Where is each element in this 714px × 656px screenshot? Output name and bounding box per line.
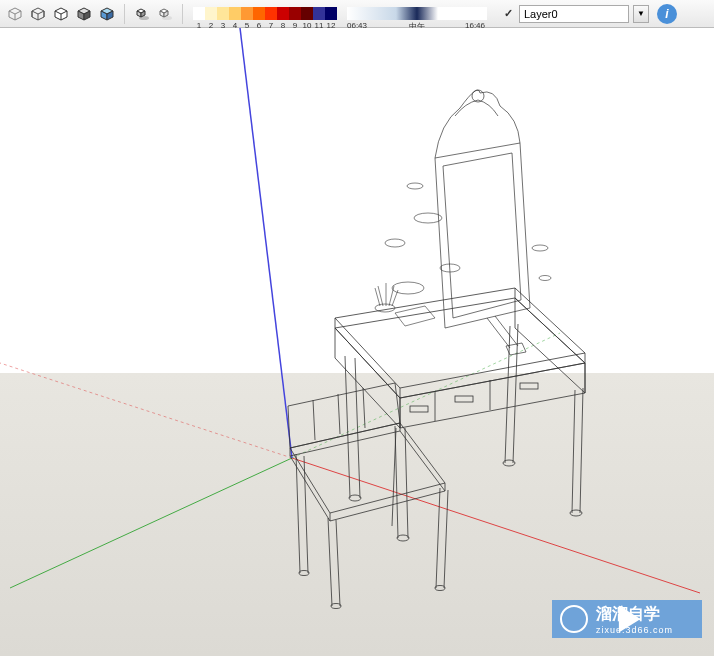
hidden-line-mode-button[interactable] (50, 3, 72, 25)
y-axis-neg (292, 333, 560, 458)
layer-info-button[interactable]: i (657, 4, 677, 24)
shadow-group (131, 3, 176, 25)
svg-line-15 (572, 390, 575, 513)
separator (124, 4, 125, 24)
cube-textured-icon (99, 6, 115, 22)
svg-line-28 (338, 394, 340, 434)
svg-line-34 (436, 488, 440, 588)
svg-line-29 (363, 388, 365, 428)
x-axis-neg (0, 363, 292, 458)
top-toolbar: 123456789101112 06:43 中午 16:46 ✓ Layer0 … (0, 0, 714, 28)
month-cell[interactable]: 7 (265, 7, 277, 20)
shadow-icon (134, 6, 150, 22)
cube-wireframe-icon (30, 6, 46, 22)
month-cell[interactable]: 10 (301, 7, 313, 20)
svg-point-48 (392, 282, 424, 294)
viewport-3d[interactable]: 溜溜自学 zixue.3d66.com (0, 28, 714, 656)
shadow-settings-button[interactable] (154, 3, 176, 25)
shadow-settings-icon (157, 6, 173, 22)
z-axis (240, 28, 292, 458)
wireframe-mode-button[interactable] (27, 3, 49, 25)
svg-point-46 (385, 239, 405, 247)
model-mirror (435, 90, 530, 355)
month-cell[interactable]: 3 (217, 7, 229, 20)
watermark: 溜溜自学 zixue.3d66.com (552, 600, 702, 638)
shaded-textures-mode-button[interactable] (96, 3, 118, 25)
svg-line-14 (405, 428, 408, 538)
svg-line-42 (495, 316, 518, 346)
month-cell[interactable]: 4 (229, 7, 241, 20)
svg-point-50 (539, 276, 551, 281)
svg-line-35 (444, 490, 448, 588)
svg-point-19 (349, 495, 361, 501)
separator (182, 4, 183, 24)
cube-shaded-icon (76, 6, 92, 22)
month-cell[interactable]: 1 (193, 7, 205, 20)
svg-point-49 (532, 245, 548, 251)
svg-line-16 (580, 388, 583, 513)
svg-line-33 (336, 520, 340, 606)
svg-line-41 (487, 318, 510, 348)
xray-mode-button[interactable] (4, 3, 26, 25)
svg-line-12 (355, 358, 360, 498)
month-cell[interactable]: 12 (325, 7, 337, 20)
model-desk (335, 288, 585, 541)
svg-point-44 (407, 183, 423, 189)
svg-rect-10 (520, 383, 538, 389)
svg-point-39 (435, 586, 445, 591)
month-cell[interactable]: 8 (277, 7, 289, 20)
layer-dropdown-arrow[interactable]: ▼ (633, 5, 649, 23)
layer-section: ✓ Layer0 ▼ i (501, 4, 677, 24)
month-cell[interactable]: 11 (313, 7, 325, 20)
svg-point-20 (397, 535, 409, 541)
month-cell[interactable]: 9 (289, 7, 301, 20)
month-cell[interactable]: 6 (253, 7, 265, 20)
svg-rect-9 (455, 396, 473, 402)
time-slider[interactable]: 06:43 中午 16:46 (347, 7, 487, 20)
y-axis (10, 458, 292, 588)
layer-dropdown[interactable]: Layer0 (519, 5, 629, 23)
shadow-toggle-button[interactable] (131, 3, 153, 25)
svg-line-32 (328, 518, 332, 606)
svg-line-36 (392, 428, 396, 526)
svg-line-27 (313, 400, 315, 440)
play-icon (560, 605, 588, 633)
cube-xray-icon (7, 6, 23, 22)
model-chair (288, 383, 448, 609)
layer-visible-icon[interactable]: ✓ (501, 7, 515, 21)
svg-rect-8 (410, 406, 428, 412)
svg-point-38 (331, 604, 341, 609)
month-cell[interactable]: 2 (205, 7, 217, 20)
month-cell[interactable]: 5 (241, 7, 253, 20)
display-style-group (4, 3, 118, 25)
svg-point-45 (414, 213, 442, 223)
model-canvas (0, 28, 714, 656)
model-accessories (375, 183, 551, 326)
date-slider[interactable]: 123456789101112 (193, 7, 337, 20)
time-gradient (347, 7, 487, 20)
layer-selected-label: Layer0 (524, 8, 558, 20)
shaded-mode-button[interactable] (73, 3, 95, 25)
cube-hidden-icon (53, 6, 69, 22)
x-axis (292, 458, 700, 593)
svg-point-37 (299, 571, 309, 576)
